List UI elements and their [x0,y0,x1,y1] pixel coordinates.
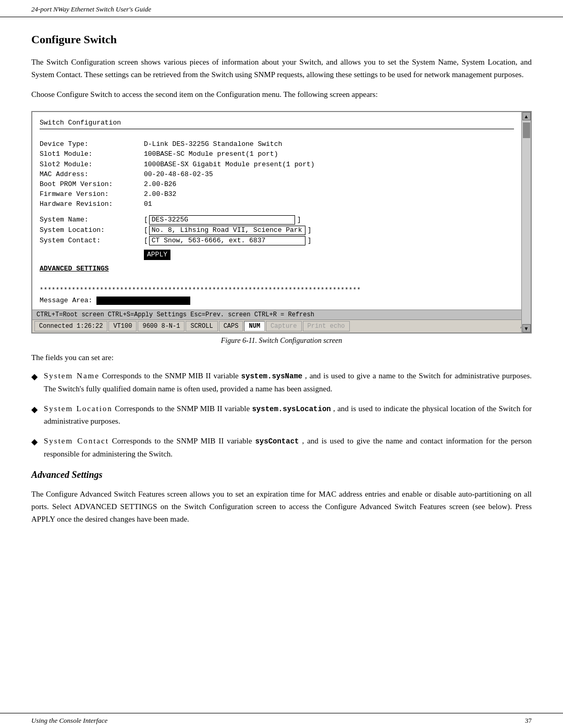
bullet-diamond-1: ◆ [31,370,44,384]
sysname-row: System Name: [ DES-3225G ] [40,215,514,225]
statusbar-text: CTRL+T=Root screen CTRL+S=Apply Settings… [36,311,314,318]
footer-right: 37 [525,717,532,725]
bullet-middle-2: Corresponds to the SNMP MIB II variable [115,404,252,413]
sysname-input[interactable]: DES-3225G [149,215,295,225]
protocol-indicator: VT100 [108,321,137,331]
print-echo-indicator: Print echo [303,321,350,331]
bullet-code-1: system.sysName [241,372,303,380]
boot-row: Boot PROM Version: 2.00-B26 [40,180,514,189]
advanced-settings-heading: Advanced Settings [31,470,532,480]
terminal-scrollbar[interactable]: ▲ ▼ [521,112,531,332]
bullet-list: ◆ System Name Corresponds to the SNMP MI… [31,369,532,460]
hardware-value: 01 [144,200,514,209]
num-indicator: NUM [244,321,265,331]
caps-indicator: CAPS [219,321,243,331]
bullet-prefix-1: System Name [44,372,100,380]
terminal-screenshot: ▲ ▼ Switch Configuration Device Type: D-… [31,111,532,334]
page-header: 24-port NWay Ethernet Switch User's Guid… [0,0,563,17]
advanced-settings-link[interactable]: ADVANCED SETTINGS [40,264,514,274]
bullet-middle-3: Corresponds to the SNMP MIB II variable [112,437,255,445]
bullet-code-3: sysContact [255,437,299,446]
scroll-indicator: SCROLL [186,321,217,331]
message-area-box [96,297,190,305]
slot1-value: 100BASE-SC Module present(1 port) [144,150,514,159]
message-area-row: Message Area: [40,296,514,305]
bullet-prefix-2: System Location [44,404,113,413]
bullet-text-2: System Location Corresponds to the SNMP … [44,402,532,427]
syslocation-bracket: ] [308,226,312,235]
intro-para2: Choose Configure Switch to access the se… [31,88,532,101]
connected-status: Connected 1:26:22 [34,321,107,331]
syscontact-bracket: ] [308,236,312,245]
apply-button[interactable]: APPLY [144,250,170,260]
bullet-diamond-2: ◆ [31,403,44,416]
capture-indicator: Capture [266,321,301,331]
bullet-diamond-3: ◆ [31,435,44,449]
terminal-stars: ****************************************… [40,286,514,295]
bullet-code-2: system.sysLocation [252,405,331,413]
sysname-bracket: ] [297,215,301,225]
mac-value: 00-20-48-68-02-35 [144,170,514,179]
bullet-text-3: System Contact Corresponds to the SNMP M… [44,435,532,460]
figure-caption: Figure 6-11. Switch Configuration screen [31,337,532,345]
slot2-label: Slot2 Module: [40,160,144,169]
syslocation-input[interactable]: No. 8, Lihsing Road VII, Science Park [149,226,305,235]
bullet-middle-1: Corresponds to the SNMP MIB II variable [102,372,241,380]
list-item: ◆ System Contact Corresponds to the SNMP… [31,435,532,460]
bullet-prefix-3: System Contact [44,437,109,445]
list-item: ◆ System Name Corresponds to the SNMP MI… [31,369,532,394]
mac-row: MAC Address: 00-20-48-68-02-35 [40,170,514,179]
device-type-row: Device Type: D-Link DES-3225G Standalone… [40,140,514,149]
list-item: ◆ System Location Corresponds to the SNM… [31,402,532,427]
syslocation-row: System Location: [ No. 8, Lihsing Road V… [40,226,514,235]
mac-label: MAC Address: [40,170,144,179]
boot-label: Boot PROM Version: [40,180,144,189]
device-type-value: D-Link DES-3225G Standalone Switch [144,140,514,149]
scroll-down-button[interactable]: ▼ [522,324,531,332]
page-content: Configure Switch The Switch Configuratio… [0,17,563,713]
slot1-label: Slot1 Module: [40,150,144,159]
page-wrapper: 24-port NWay Ethernet Switch User's Guid… [0,0,563,728]
message-area-label: Message Area: [40,296,92,305]
page-footer: Using the Console Interface 37 [0,713,563,728]
firmware-label: Firmware Version: [40,190,144,199]
syscontact-input[interactable]: CT Snow, 563-6666, ext. 6837 [149,236,305,245]
intro-para1: The Switch Configuration screen shows va… [31,56,532,81]
boot-value: 2.00-B26 [144,180,514,189]
terminal-bottom-bar: Connected 1:26:22 VT100 9600 8-N-1 SCROL… [32,319,531,332]
section-heading: Configure Switch [31,33,532,46]
scroll-thumb[interactable] [523,122,530,138]
terminal-statusbar: CTRL+T=Root screen CTRL+S=Apply Settings… [32,310,531,319]
footer-left: Using the Console Interface [31,717,107,725]
slot2-row: Slot2 Module: 1000BASE-SX Gigabit Module… [40,160,514,169]
slot2-value: 1000BASE-SX Gigabit Module present(1 por… [144,160,514,169]
syscontact-label: System Contact: [40,236,144,245]
scroll-up-button[interactable]: ▲ [522,112,531,120]
speed-indicator: 9600 8-N-1 [138,321,185,331]
fields-intro: The fields you can set are: [31,353,532,362]
hardware-label: Hardware Revision: [40,200,144,209]
bullet-text-1: System Name Corresponds to the SNMP MIB … [44,369,532,394]
sysname-label: System Name: [40,215,144,225]
terminal-inner: Switch Configuration Device Type: D-Link… [32,112,521,310]
device-type-label: Device Type: [40,140,144,149]
terminal-title: Switch Configuration [40,118,514,128]
syscontact-row: System Contact: [ CT Snow, 563-6666, ext… [40,236,514,245]
slot1-row: Slot1 Module: 100BASE-SC Module present(… [40,150,514,159]
advanced-settings-para: The Configure Advanced Switch Features s… [31,488,532,525]
syslocation-label: System Location: [40,226,144,235]
firmware-row: Firmware Version: 2.00-B32 [40,190,514,199]
firmware-value: 2.00-B32 [144,190,514,199]
hardware-row: Hardware Revision: 01 [40,200,514,209]
header-title: 24-port NWay Ethernet Switch User's Guid… [31,5,151,14]
